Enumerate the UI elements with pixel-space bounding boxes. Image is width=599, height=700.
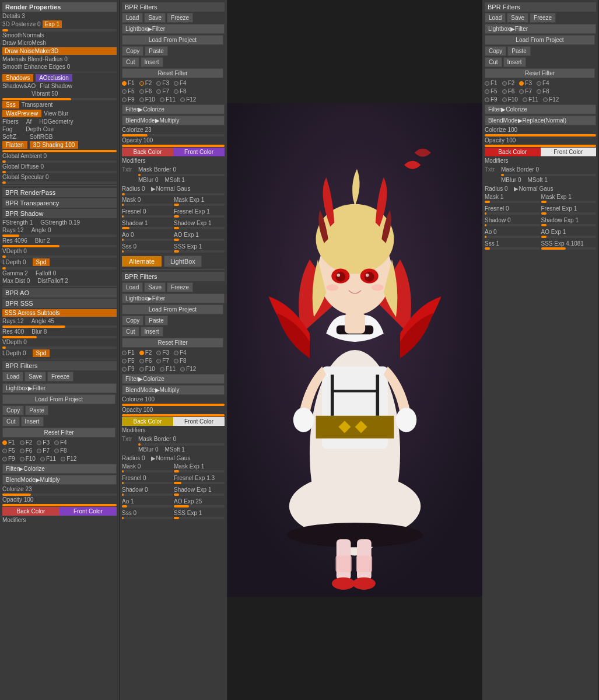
mid-bot-f12-radio[interactable]: [180, 367, 185, 372]
right-f12-radio[interactable]: [543, 97, 548, 102]
right-f7-radio[interactable]: [519, 89, 524, 94]
mid-bot-insert-btn[interactable]: Insert: [141, 327, 163, 337]
left-back-color-btn[interactable]: Back Color: [2, 507, 59, 516]
left-blend-mode-btn[interactable]: BlendMode▶Multiply: [2, 475, 117, 485]
right-load-btn[interactable]: Load: [485, 13, 506, 23]
left-filter-colorize-btn[interactable]: Filter▶Colorize: [2, 464, 117, 474]
mid-bot-paste-btn[interactable]: Paste: [145, 316, 168, 326]
shading3d-btn[interactable]: 3D Shading 100: [30, 141, 79, 149]
right-f6-radio[interactable]: [502, 89, 507, 94]
left-save-btn[interactable]: Save: [24, 372, 46, 382]
right-blend-mode-btn[interactable]: BlendMode▶Replace(Normal): [485, 116, 596, 125]
left-f6-radio[interactable]: [20, 449, 24, 453]
mid-bot-f5-radio[interactable]: [122, 359, 127, 363]
mid-bot-f3-radio[interactable]: [156, 351, 161, 355]
right-paste-btn[interactable]: Paste: [507, 46, 531, 56]
mid-bot-f9-radio[interactable]: [122, 367, 127, 372]
mid-bot-filter-colorize-btn[interactable]: Filter▶Colorize: [122, 374, 225, 384]
left-f11-radio[interactable]: [40, 457, 45, 461]
right-copy-btn[interactable]: Copy: [485, 46, 506, 56]
right-f5-radio[interactable]: [485, 89, 489, 94]
right-lightbox-btn[interactable]: Lightbox▶Filter: [485, 24, 596, 34]
spd-btn[interactable]: Spd: [33, 258, 50, 266]
mid-copy-btn[interactable]: Copy: [122, 46, 143, 56]
right-f4-radio[interactable]: [537, 81, 541, 86]
mid-save-btn[interactable]: Save: [144, 13, 166, 23]
mid-bot-back-color-btn[interactable]: Back Color: [122, 417, 173, 426]
right-f11-radio[interactable]: [523, 97, 527, 102]
right-reset-btn[interactable]: Reset Filter: [485, 68, 595, 78]
mid-bot-f4-radio[interactable]: [174, 351, 178, 355]
mid-alternate-btn[interactable]: Alternate: [122, 256, 162, 267]
mid-front-color-btn[interactable]: Front Color: [173, 148, 225, 156]
mid-top-f5-radio[interactable]: [122, 89, 127, 94]
mid-top-f11-radio[interactable]: [160, 97, 164, 102]
left-lightbox-filter-btn[interactable]: Lightbox▶Filter: [2, 383, 117, 393]
right-insert-btn[interactable]: Insert: [503, 57, 526, 67]
left-f8-radio[interactable]: [54, 449, 59, 453]
left-load-btn[interactable]: Load: [2, 372, 23, 382]
mid-freeze-btn[interactable]: Freeze: [167, 13, 193, 23]
right-f10-radio[interactable]: [502, 97, 507, 102]
draw-noisemaker-label[interactable]: Draw NoiseMaker3D: [2, 47, 117, 55]
left-f7-radio[interactable]: [37, 449, 41, 453]
left-reset-filter-btn[interactable]: Reset Filter: [2, 428, 115, 438]
mid-insert-btn[interactable]: Insert: [141, 57, 163, 67]
mid-bot-f6-radio[interactable]: [139, 359, 144, 363]
mid-top-f4-radio[interactable]: [174, 81, 178, 86]
right-f2-radio[interactable]: [502, 81, 507, 86]
mid-bot-save-btn[interactable]: Save: [144, 282, 166, 292]
left-f1-radio[interactable]: [2, 440, 7, 445]
mid-bot-f1-radio[interactable]: [122, 351, 127, 355]
mid-bot-f8-radio[interactable]: [174, 359, 178, 363]
mid-paste-btn[interactable]: Paste: [145, 46, 168, 56]
mid-bot-f11-radio[interactable]: [160, 367, 164, 372]
left-f3-radio[interactable]: [37, 440, 41, 445]
left-f2-radio[interactable]: [20, 440, 24, 445]
right-cut-btn[interactable]: Cut: [485, 57, 502, 67]
mid-lightbox-btn[interactable]: Lightbox▶Filter: [122, 24, 225, 34]
left-load-project-btn[interactable]: Load From Project: [2, 394, 115, 404]
left-f5-radio[interactable]: [2, 449, 7, 453]
wax-preview-btn[interactable]: WaxPreview: [2, 110, 41, 117]
mid-top-f12-radio[interactable]: [180, 97, 185, 102]
left-front-color-btn[interactable]: Front Color: [59, 507, 117, 516]
mid-top-f8-radio[interactable]: [174, 89, 178, 94]
mid-bot-cut-btn[interactable]: Cut: [122, 327, 139, 337]
right-front-color-btn[interactable]: Front Color: [541, 148, 597, 156]
right-back-color-btn[interactable]: Back Color: [485, 148, 541, 156]
left-freeze-btn[interactable]: Freeze: [47, 372, 73, 382]
right-f1-radio[interactable]: [485, 81, 489, 86]
mid-top-f1-radio[interactable]: [122, 81, 127, 86]
left-copy-btn[interactable]: Copy: [2, 405, 24, 415]
aocclusion-btn[interactable]: AOcclusion: [36, 74, 72, 82]
mid-bot-f7-radio[interactable]: [156, 359, 161, 363]
left-paste-btn[interactable]: Paste: [25, 405, 48, 415]
right-freeze-btn[interactable]: Freeze: [530, 13, 556, 23]
mid-load-project-btn[interactable]: Load From Project: [122, 35, 223, 45]
left-f10-radio[interactable]: [20, 457, 24, 461]
sss-btn[interactable]: Sss: [2, 101, 19, 108]
mid-bot-load-btn[interactable]: Load: [122, 282, 143, 292]
mid-top-f9-radio[interactable]: [122, 97, 127, 102]
mid-blend-mode-btn[interactable]: BlendMode▶Multiply: [122, 116, 225, 125]
mid-bot-freeze-btn[interactable]: Freeze: [167, 282, 193, 292]
shadows-btn[interactable]: Shadows: [2, 74, 33, 82]
mid-load-btn[interactable]: Load: [122, 13, 143, 23]
right-load-project-btn[interactable]: Load From Project: [485, 35, 595, 45]
mid-cut-btn[interactable]: Cut: [122, 57, 139, 67]
mid-bot-f10-radio[interactable]: [139, 367, 144, 372]
mid-back-color-btn[interactable]: Back Color: [122, 148, 173, 156]
mid-bot-copy-btn[interactable]: Copy: [122, 316, 143, 326]
mid-reset-filter-btn[interactable]: Reset Filter: [122, 68, 223, 78]
left-f9-radio[interactable]: [2, 457, 7, 461]
spd2-btn[interactable]: Spd: [33, 349, 50, 357]
mid-top-f7-radio[interactable]: [156, 89, 161, 94]
sss-across-btn[interactable]: SSS Across Subtools: [2, 309, 117, 317]
left-insert-btn[interactable]: Insert: [21, 416, 44, 426]
mid-top-f10-radio[interactable]: [139, 97, 144, 102]
mid-bot-lightbox-btn[interactable]: Lightbox▶Filter: [122, 293, 225, 303]
mid-bot-blend-mode-btn[interactable]: BlendMode▶Multiply: [122, 385, 225, 395]
mid-top-f2-radio[interactable]: [139, 81, 144, 86]
mid-top-f3-radio[interactable]: [156, 81, 161, 86]
